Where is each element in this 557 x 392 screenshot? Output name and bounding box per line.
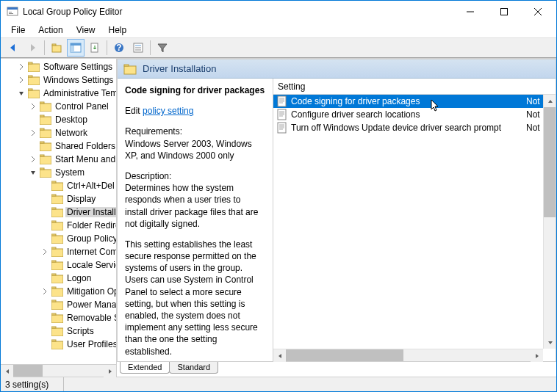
- menu-file[interactable]: File: [5, 24, 31, 36]
- forward-button[interactable]: [24, 39, 41, 57]
- tree-item[interactable]: Power Management: [1, 298, 116, 311]
- scroll-thumb[interactable]: [544, 107, 556, 217]
- list-header[interactable]: Setting: [273, 79, 556, 95]
- tree-toggle[interactable]: [40, 234, 49, 243]
- up-button[interactable]: [48, 39, 65, 57]
- tree-item[interactable]: Scripts: [1, 324, 116, 338]
- description-pane: Code signing for driver packages Edit po…: [118, 79, 273, 361]
- tree-item[interactable]: Shared Folders: [1, 139, 116, 153]
- tree-item[interactable]: Ctrl+Alt+Del Options: [1, 179, 116, 192]
- scroll-up-button[interactable]: [544, 95, 556, 107]
- tree-toggle[interactable]: [40, 327, 49, 335]
- export-button[interactable]: [86, 39, 104, 57]
- tree-item[interactable]: User Profiles: [1, 338, 116, 351]
- list-v-scrollbar[interactable]: [543, 95, 556, 349]
- policy-setting-link[interactable]: policy setting: [143, 106, 193, 116]
- tree-toggle[interactable]: [40, 261, 49, 269]
- minimize-button[interactable]: [453, 1, 487, 23]
- setting-row[interactable]: Code signing for driver packagesNot: [273, 95, 556, 108]
- tree-toggle[interactable]: [40, 208, 49, 217]
- list-h-scrollbar[interactable]: [273, 349, 543, 361]
- toolbar-separator: [107, 40, 107, 55]
- tree-toggle[interactable]: [29, 155, 37, 164]
- tree-toggle[interactable]: [29, 142, 37, 150]
- tree-toggle[interactable]: [40, 340, 49, 349]
- setting-row[interactable]: Configure driver search locationsNot: [273, 108, 556, 121]
- tree-scroll[interactable]: Software SettingsWindows SettingsAdminis…: [1, 59, 116, 364]
- tree-toggle[interactable]: [17, 62, 26, 71]
- scroll-right-button[interactable]: [104, 365, 116, 377]
- requirements-text: Windows Server 2003, Windows XP, and Win…: [125, 138, 265, 161]
- tab-extended[interactable]: Extended: [120, 362, 170, 374]
- tree-item[interactable]: Removable Storage Access: [1, 311, 116, 324]
- scroll-thumb[interactable]: [13, 365, 43, 377]
- tree-item[interactable]: Driver Installation: [1, 206, 116, 219]
- tree-item[interactable]: Group Policy: [1, 232, 116, 245]
- tree-toggle[interactable]: [40, 274, 49, 283]
- tree-item[interactable]: Windows Settings: [1, 73, 116, 87]
- tree-toggle[interactable]: [29, 115, 37, 124]
- tree-toggle[interactable]: [17, 89, 26, 98]
- setting-name: Code signing for driver packages: [125, 85, 265, 95]
- tree-toggle[interactable]: [40, 181, 49, 190]
- content-area: Software SettingsWindows SettingsAdminis…: [1, 58, 556, 377]
- svg-rect-55: [51, 287, 56, 288]
- list-body[interactable]: Code signing for driver packagesNotConfi…: [273, 95, 556, 361]
- tree-item[interactable]: Mitigation Options: [1, 285, 116, 298]
- tree-h-scrollbar[interactable]: [1, 364, 116, 377]
- tree-item[interactable]: Control Panel: [1, 100, 116, 113]
- scroll-down-button[interactable]: [544, 336, 556, 349]
- tree-item[interactable]: Internet Communication Management: [1, 245, 116, 258]
- svg-rect-41: [51, 195, 56, 196]
- svg-rect-25: [28, 89, 32, 90]
- tree-toggle[interactable]: [40, 313, 49, 322]
- titlebar[interactable]: Local Group Policy Editor: [1, 1, 556, 23]
- scroll-left-button[interactable]: [1, 365, 13, 377]
- tree-item[interactable]: Start Menu and Taskbar: [1, 153, 116, 166]
- tree-item[interactable]: Logon: [1, 272, 116, 285]
- scroll-thumb[interactable]: [286, 349, 403, 361]
- tree-label: Shared Folders: [54, 141, 116, 151]
- tree-item[interactable]: Network: [1, 126, 116, 139]
- tree-toggle[interactable]: [40, 221, 49, 230]
- scroll-right-button[interactable]: [531, 349, 543, 362]
- menu-view[interactable]: View: [71, 24, 101, 36]
- tree-toggle[interactable]: [40, 287, 49, 296]
- tree-toggle[interactable]: [29, 168, 37, 177]
- show-hide-tree-button[interactable]: [67, 39, 85, 57]
- menu-action[interactable]: Action: [32, 24, 68, 36]
- tree-label: Scripts: [65, 326, 96, 336]
- menu-help[interactable]: Help: [103, 24, 133, 36]
- tab-standard[interactable]: Standard: [169, 362, 218, 374]
- tree-toggle[interactable]: [17, 76, 26, 84]
- filter-button[interactable]: [154, 39, 171, 57]
- help-button[interactable]: ?: [110, 39, 128, 57]
- tree-toggle[interactable]: [40, 300, 49, 309]
- tree-toggle[interactable]: [40, 247, 49, 256]
- scroll-left-button[interactable]: [273, 349, 286, 362]
- svg-rect-30: [40, 130, 51, 138]
- tree-item[interactable]: System: [1, 166, 116, 179]
- tree-item[interactable]: Administrative Templates: [1, 87, 116, 100]
- properties-button[interactable]: [129, 39, 147, 57]
- tree-item[interactable]: Folder Redirection: [1, 219, 116, 232]
- tree-label: Group Policy: [65, 233, 116, 244]
- close-button[interactable]: [521, 1, 555, 23]
- tree-item[interactable]: Desktop: [1, 113, 116, 126]
- tree-item[interactable]: Software Settings: [1, 60, 116, 73]
- svg-rect-45: [51, 221, 56, 222]
- svg-rect-60: [51, 328, 63, 336]
- tree-item[interactable]: Locale Services: [1, 258, 116, 272]
- tree-item[interactable]: Display: [1, 192, 116, 206]
- tree-toggle[interactable]: [29, 128, 37, 137]
- tree-toggle[interactable]: [40, 195, 49, 203]
- tree-toggle[interactable]: [29, 102, 37, 111]
- maximize-button[interactable]: [487, 1, 521, 23]
- tree-label: Folder Redirection: [65, 220, 116, 231]
- svg-rect-42: [51, 209, 63, 217]
- tree-label: Administrative Templates: [42, 88, 116, 98]
- svg-rect-22: [28, 77, 40, 85]
- status-count: 3 setting(s): [5, 377, 64, 391]
- back-button[interactable]: [4, 39, 22, 57]
- setting-row[interactable]: Turn off Windows Update device driver se…: [273, 121, 556, 134]
